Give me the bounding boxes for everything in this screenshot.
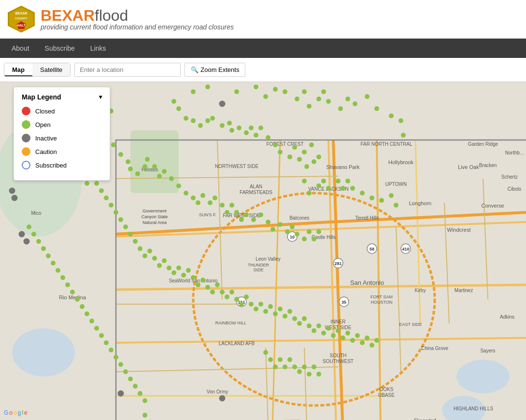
map-marker[interactable] (389, 193, 394, 198)
map-marker[interactable] (302, 179, 307, 183)
map-marker[interactable] (229, 128, 234, 133)
map-marker[interactable] (94, 326, 99, 331)
map-marker[interactable] (321, 89, 326, 94)
location-input[interactable] (74, 63, 181, 77)
map-marker[interactable] (370, 343, 374, 348)
map-marker[interactable] (31, 232, 36, 237)
map-marker[interactable] (229, 290, 234, 294)
map-marker[interactable] (200, 193, 205, 198)
map-marker[interactable] (316, 183, 321, 188)
map-marker[interactable] (12, 195, 18, 201)
map-marker[interactable] (147, 249, 152, 253)
map-marker[interactable] (184, 116, 188, 121)
map-marker[interactable] (208, 200, 213, 205)
map-marker[interactable] (278, 307, 283, 311)
map-marker[interactable] (169, 176, 174, 181)
map-marker[interactable] (316, 97, 321, 101)
map-marker[interactable] (128, 167, 133, 171)
map-marker[interactable] (167, 266, 171, 270)
map-marker[interactable] (114, 355, 118, 360)
map-marker[interactable] (70, 290, 75, 294)
map-marker[interactable] (85, 181, 89, 186)
map-marker[interactable] (249, 126, 254, 130)
map-marker[interactable] (316, 372, 321, 377)
map-marker[interactable] (205, 84, 210, 89)
map-marker[interactable] (251, 217, 256, 222)
map-marker[interactable] (345, 97, 350, 101)
map-marker[interactable] (270, 227, 275, 232)
nav-about[interactable]: About (4, 39, 37, 58)
map-marker[interactable] (171, 99, 176, 104)
map-marker[interactable] (389, 113, 394, 118)
map-marker[interactable] (56, 268, 60, 273)
map-marker[interactable] (268, 357, 273, 362)
map-marker[interactable] (263, 309, 268, 314)
map-marker[interactable] (171, 270, 176, 275)
map-marker[interactable] (65, 282, 70, 287)
map-marker[interactable] (321, 179, 326, 183)
map-marker[interactable] (302, 150, 307, 154)
map-marker[interactable] (285, 229, 290, 234)
map-marker[interactable] (263, 350, 268, 355)
map-marker[interactable] (191, 196, 196, 200)
map-marker[interactable] (157, 263, 162, 268)
map-marker[interactable] (302, 237, 307, 241)
map-marker[interactable] (278, 150, 283, 154)
map-marker[interactable] (210, 116, 215, 121)
map-marker[interactable] (374, 338, 379, 343)
map-marker[interactable] (234, 89, 239, 94)
map-marker[interactable] (225, 294, 229, 299)
map-marker[interactable] (176, 266, 181, 270)
map-marker[interactable] (302, 89, 307, 94)
map-marker[interactable] (19, 231, 25, 238)
map-marker[interactable] (99, 333, 104, 338)
map-marker[interactable] (263, 94, 268, 99)
map-marker[interactable] (227, 121, 232, 126)
map-marker[interactable] (176, 183, 181, 188)
map-marker[interactable] (287, 154, 292, 159)
map-marker[interactable] (133, 384, 138, 389)
map-marker[interactable] (89, 319, 94, 323)
map-marker[interactable] (215, 282, 220, 287)
map-marker[interactable] (283, 364, 287, 369)
map-marker[interactable] (220, 203, 225, 208)
map-marker[interactable] (295, 97, 299, 101)
map-marker[interactable] (326, 326, 331, 331)
map-marker[interactable] (138, 391, 142, 396)
map-marker[interactable] (24, 238, 30, 245)
map-marker[interactable] (220, 290, 225, 294)
map-marker[interactable] (345, 331, 350, 336)
map-marker[interactable] (41, 246, 46, 251)
map-marker[interactable] (316, 154, 321, 159)
map-marker[interactable] (312, 328, 316, 333)
map-marker[interactable] (353, 101, 357, 106)
map-marker[interactable] (401, 133, 406, 138)
map-marker[interactable] (326, 186, 331, 191)
map-marker[interactable] (338, 106, 343, 111)
map-marker[interactable] (118, 217, 123, 222)
map-marker[interactable] (219, 395, 226, 402)
map-marker[interactable] (287, 357, 292, 362)
map-marker[interactable] (278, 222, 283, 227)
map-marker[interactable] (142, 398, 147, 403)
map-area[interactable]: 10 35 151 281 58 410 Shavano Park Hollyb… (0, 82, 526, 420)
map-marker[interactable] (244, 130, 249, 135)
legend-title[interactable]: Map Legend ▾ (22, 93, 102, 101)
map-marker[interactable] (176, 106, 181, 111)
map-marker[interactable] (336, 179, 341, 183)
map-marker[interactable] (75, 297, 80, 302)
map-marker[interactable] (379, 198, 384, 203)
map-marker[interactable] (309, 142, 314, 147)
map-marker[interactable] (219, 101, 226, 107)
map-marker[interactable] (258, 302, 263, 307)
map-marker[interactable] (213, 196, 217, 200)
map-marker[interactable] (186, 268, 191, 273)
map-marker[interactable] (258, 126, 263, 130)
map-marker[interactable] (312, 364, 316, 369)
map-marker[interactable] (398, 118, 403, 123)
map-marker[interactable] (104, 196, 109, 200)
map-marker[interactable] (254, 133, 258, 138)
map-marker[interactable] (123, 224, 128, 229)
map-marker[interactable] (111, 142, 116, 147)
map-marker[interactable] (341, 336, 345, 340)
